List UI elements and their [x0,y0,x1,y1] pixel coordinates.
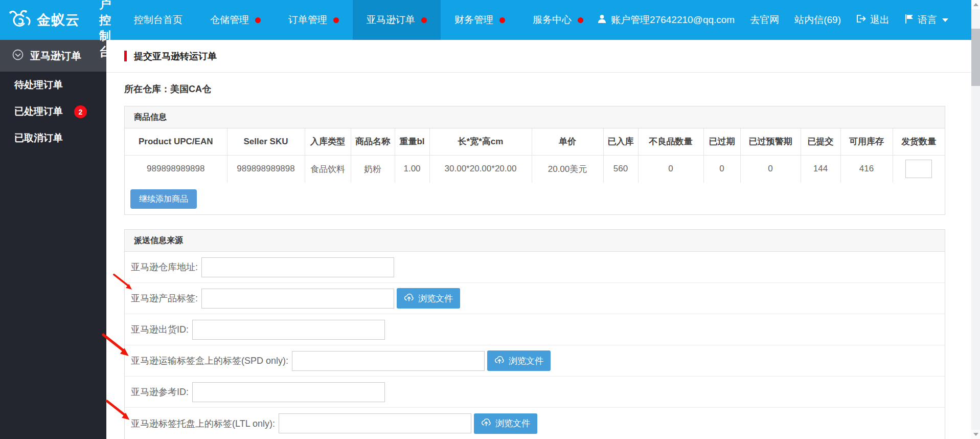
field-label: 亚马逊产品标签: [131,292,198,304]
nav-label: 控制台首页 [134,13,183,27]
field-label: 亚马逊运输标签盒上的标签(SPD only): [131,355,288,367]
product-table-header-row: Product UPC/EAN Seller SKU 入库类型 商品名称 重量b… [125,128,945,155]
upload-cloud-icon [494,356,505,366]
add-product-row: 继续添加商品 [125,183,945,214]
browse-file-button[interactable]: 浏览文件 [397,288,460,309]
console-label: 用户控制台 [99,0,111,60]
ship-qty-input[interactable] [905,160,932,178]
count-badge: 2 [74,105,87,118]
cell-sku: 989898989898 [227,155,305,183]
form-row-ltl-pallet-label: 亚马逊标签托盘上的标签(LTL only): 浏览文件 [125,408,945,439]
sidebar-item-label: 已处理订单 [14,105,63,118]
topbar: 金蚁云 用户控制台 控制台首页 仓储管理 订单管理 亚马逊订单 财务管理 服务中… [0,0,980,40]
language-menu[interactable]: 语言 [905,13,948,27]
page-header: 提交亚马逊转运订单 [106,40,980,73]
browse-file-label: 浏览文件 [509,355,543,367]
cell-available-stock: 416 [840,155,893,183]
cell-inbound-type: 食品饮料 [305,155,351,183]
topbar-right: 账户管理27642210@qq.com 去官网 站内信(69) 退出 [597,13,980,27]
col-header: 已入库 [603,128,638,155]
scroll-down-icon[interactable] [971,430,980,439]
form-row-spd-box-label: 亚马逊运输标签盒上的标签(SPD only): 浏览文件 [125,345,945,377]
sidebar-item-pending-orders[interactable]: 待处理订单 [0,72,106,98]
sidebar-item-cancelled-orders[interactable]: 已取消订单 [0,125,106,151]
nav-item-console-home[interactable]: 控制台首页 [120,0,196,40]
scrollbar-thumb[interactable] [971,29,980,86]
upload-cloud-icon [404,293,414,304]
form-row-warehouse-address: 亚马逊仓库地址: [125,252,945,283]
red-dot-icon [255,17,261,23]
col-header: 可用库存 [840,128,893,155]
cell-product-name: 奶粉 [351,155,395,183]
field-label: 亚马逊仓库地址: [131,261,198,273]
amazon-spd-box-label-input[interactable] [292,351,485,371]
delivery-panel-title: 派送信息来源 [125,230,945,252]
nav-item-service-center[interactable]: 服务中心 [519,0,597,40]
col-header: Product UPC/EAN [125,128,227,155]
red-dot-icon [578,17,583,23]
col-header: 重量bl [395,128,429,155]
cell-expired-qty: 0 [703,155,740,183]
col-header: 不良品数量 [638,128,703,155]
sidebar-item-label: 待处理订单 [14,78,63,92]
sidebar: 亚马逊订单 待处理订单 已处理订单 2 已取消订单 [0,40,106,439]
nav-item-amazon-orders[interactable]: 亚马逊订单 [353,0,441,40]
browse-file-button[interactable]: 浏览文件 [474,413,537,434]
nav-item-warehouse[interactable]: 仓储管理 [196,0,275,40]
sidebar-item-processed-orders[interactable]: 已处理订单 2 [0,98,106,125]
browse-file-button[interactable]: 浏览文件 [487,350,551,371]
nav-item-orders[interactable]: 订单管理 [275,0,353,40]
sidebar-header-label: 亚马逊订单 [30,49,81,63]
sidebar-item-label: 已取消订单 [14,131,63,145]
product-table: Product UPC/EAN Seller SKU 入库类型 商品名称 重量b… [125,128,945,183]
field-label: 亚马逊出货ID: [131,323,189,336]
account-label: 账户管理27642210@qq.com [611,13,735,27]
form-row-reference-id: 亚马逊参考ID: [125,377,945,408]
red-dot-icon [421,17,427,23]
col-header: 已过期 [703,128,740,155]
official-site-label: 去官网 [750,13,779,27]
sidebar-header-amazon-orders[interactable]: 亚马逊订单 [0,40,106,72]
vertical-scrollbar [971,0,980,439]
col-header: 入库类型 [305,128,351,155]
cell-unit-price: 20.00美元 [532,155,603,183]
col-header: 发货数量 [893,128,945,155]
nav-label: 亚马逊订单 [367,13,415,27]
logout-button[interactable]: 退出 [856,13,890,27]
cell-warning-qty: 0 [740,155,801,183]
nav-label: 服务中心 [533,13,572,27]
red-dot-icon [499,17,505,23]
add-product-button[interactable]: 继续添加商品 [130,189,197,209]
cell-inbound-qty: 560 [603,155,638,183]
amazon-reference-id-input[interactable] [192,382,385,402]
col-header: 已过预警期 [740,128,801,155]
scroll-up-icon[interactable] [971,0,980,9]
browse-file-label: 浏览文件 [495,418,530,429]
col-header: 单价 [532,128,603,155]
col-header: 长*宽*高cm [429,128,532,155]
nav-item-finance[interactable]: 财务管理 [441,0,519,40]
logo-text: 金蚁云 [37,11,80,29]
product-panel-title: 商品信息 [125,106,945,128]
amazon-warehouse-address-input[interactable] [201,257,394,277]
site-messages-label: 站内信(69) [794,13,841,27]
official-site-link[interactable]: 去官网 [750,13,779,27]
site-messages-link[interactable]: 站内信(69) [794,13,841,27]
logo[interactable]: 金蚁云 [0,9,80,31]
upload-cloud-icon [481,418,491,429]
cell-upc: 989898989898 [125,155,227,183]
cell-weight: 1.00 [395,155,429,183]
amazon-product-label-input[interactable] [201,289,394,309]
warehouse-line: 所在仓库：美国CA仓 [124,83,980,94]
form-row-shipment-id: 亚马逊出货ID: [125,314,945,345]
amazon-ltl-pallet-label-input[interactable] [279,413,471,433]
col-header: 已提交 [801,128,840,155]
account-menu[interactable]: 账户管理27642210@qq.com [597,13,735,27]
col-header: Seller SKU [227,128,305,155]
cell-dimensions: 30.00*20.00*20.00 [429,155,532,183]
amazon-shipment-id-input[interactable] [192,320,385,340]
cell-ship-qty [893,155,945,183]
nav-label: 仓储管理 [210,13,249,27]
cell-defective-qty: 0 [638,155,703,183]
chevron-circle-icon [12,49,24,63]
